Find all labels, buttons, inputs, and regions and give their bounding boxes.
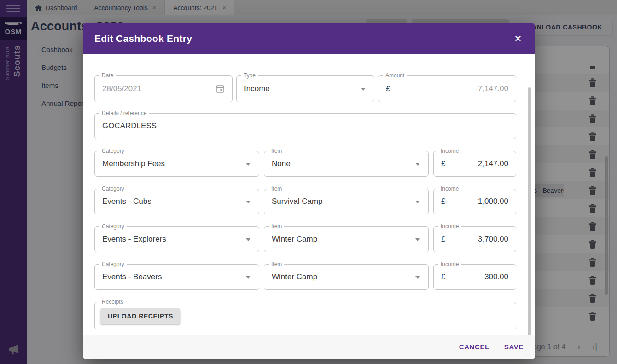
income-input[interactable]: Income £ 2,147.00 bbox=[433, 151, 516, 177]
item-select[interactable]: Item Winter Camp bbox=[264, 264, 429, 290]
item-label: Item bbox=[269, 185, 284, 192]
income-label: Income bbox=[438, 261, 461, 267]
edit-cashbook-entry-modal: Edit Cashbook Entry ✕ Date 28/05/2021 Ty… bbox=[83, 23, 535, 359]
income-input[interactable]: Income £ 300.00 bbox=[433, 264, 516, 290]
details-label: Details / reference bbox=[99, 110, 149, 116]
category-select[interactable]: Category Events - Beavers bbox=[94, 264, 259, 290]
item-select[interactable]: Item None bbox=[264, 151, 429, 177]
chevron-down-icon bbox=[415, 201, 420, 203]
chevron-down-icon bbox=[246, 276, 250, 279]
income-input[interactable]: Income £ 1,000.00 bbox=[433, 189, 516, 214]
income-label: Income bbox=[438, 185, 461, 192]
amount-label: Amount bbox=[383, 72, 407, 79]
category-value: Membership Fees bbox=[102, 159, 165, 168]
category-value: Events - Cubs bbox=[102, 197, 151, 206]
item-value: Winter Camp bbox=[272, 235, 317, 244]
item-label: Item bbox=[269, 223, 284, 230]
category-label: Category bbox=[99, 185, 127, 192]
amount-value: 7,147.00 bbox=[478, 84, 508, 93]
split-rows: Category Membership Fees Item None Incom… bbox=[94, 151, 516, 302]
modal-body: Date 28/05/2021 Type Income Amount £ bbox=[83, 54, 535, 335]
category-value: Events - Beavers bbox=[102, 272, 162, 282]
category-select[interactable]: Category Events - Cubs bbox=[94, 189, 259, 214]
item-value: Survival Camp bbox=[272, 197, 323, 206]
item-select[interactable]: Item Survival Camp bbox=[264, 189, 429, 214]
amount-field: Amount £ 7,147.00 bbox=[378, 75, 516, 102]
chevron-down-icon bbox=[246, 238, 250, 241]
income-value: 3,700.00 bbox=[478, 235, 508, 244]
income-value: 2,147.00 bbox=[478, 159, 508, 168]
income-value: 1,000.00 bbox=[478, 197, 508, 206]
category-select[interactable]: Category Membership Fees bbox=[94, 151, 259, 177]
currency-symbol: £ bbox=[386, 84, 390, 93]
modal-header: Edit Cashbook Entry ✕ bbox=[83, 23, 535, 54]
calendar-icon[interactable] bbox=[215, 84, 225, 93]
item-label: Item bbox=[269, 261, 284, 267]
details-input[interactable]: Details / reference GOCARDLESS bbox=[94, 113, 516, 139]
details-value: GOCARDLESS bbox=[102, 121, 157, 131]
split-row: Category Events - Cubs Item Survival Cam… bbox=[94, 189, 516, 214]
modal-scrollbar[interactable] bbox=[528, 87, 531, 352]
cancel-button[interactable]: CANCEL bbox=[459, 343, 489, 351]
currency-symbol: £ bbox=[441, 159, 445, 168]
currency-symbol: £ bbox=[441, 272, 445, 282]
income-input[interactable]: Income £ 3,700.00 bbox=[433, 226, 516, 252]
type-label: Type bbox=[241, 72, 258, 79]
chevron-down-icon bbox=[246, 163, 250, 166]
modal-footer: CANCEL SAVE bbox=[83, 335, 535, 359]
save-button[interactable]: SAVE bbox=[504, 343, 524, 351]
income-value: 300.00 bbox=[484, 272, 508, 282]
receipts-label: Receipts bbox=[99, 299, 126, 305]
currency-symbol: £ bbox=[441, 235, 445, 244]
app-root: Dashboard Accountancy Tools × Accounts: … bbox=[0, 0, 617, 364]
category-select[interactable]: Category Events - Explorers bbox=[94, 226, 259, 252]
chevron-down-icon bbox=[415, 276, 420, 279]
split-row: Category Membership Fees Item None Incom… bbox=[94, 151, 516, 177]
category-label: Category bbox=[99, 148, 127, 154]
currency-symbol: £ bbox=[441, 197, 445, 206]
type-value: Income bbox=[244, 84, 270, 93]
income-label: Income bbox=[438, 148, 461, 154]
chevron-down-icon bbox=[246, 201, 250, 203]
category-value: Events - Explorers bbox=[102, 235, 166, 244]
chevron-down-icon bbox=[415, 163, 420, 166]
date-label: Date bbox=[99, 72, 116, 79]
split-row: Category Events - Beavers Item Winter Ca… bbox=[94, 264, 516, 290]
item-value: None bbox=[272, 159, 291, 168]
type-select[interactable]: Type Income bbox=[236, 75, 374, 102]
date-value: 28/05/2021 bbox=[102, 84, 141, 93]
upload-receipts-button[interactable]: UPLOAD RECEIPTS bbox=[100, 308, 180, 324]
modal-title: Edit Cashbook Entry bbox=[94, 33, 192, 44]
split-row: Category Events - Explorers Item Winter … bbox=[94, 226, 516, 252]
category-label: Category bbox=[99, 223, 127, 230]
income-label: Income bbox=[438, 223, 461, 230]
chevron-down-icon bbox=[415, 238, 420, 241]
close-icon[interactable]: ✕ bbox=[512, 33, 524, 44]
date-field: Date 28/05/2021 bbox=[94, 75, 233, 102]
category-label: Category bbox=[99, 261, 127, 267]
item-label: Item bbox=[269, 148, 284, 154]
chevron-down-icon bbox=[361, 88, 366, 91]
item-select[interactable]: Item Winter Camp bbox=[264, 226, 429, 252]
item-value: Winter Camp bbox=[272, 272, 317, 282]
receipts-field: Receipts UPLOAD RECEIPTS bbox=[94, 302, 516, 329]
